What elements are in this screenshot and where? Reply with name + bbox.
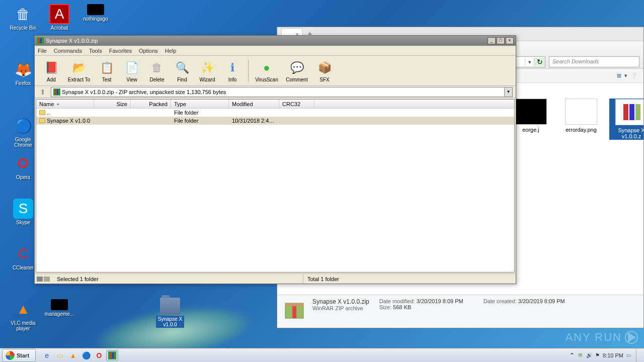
- toolbar-add-button[interactable]: 📕Add: [39, 59, 64, 82]
- svg-rect-2: [635, 104, 640, 120]
- view-dropdown[interactable]: ▾: [624, 72, 627, 79]
- show-desktop-button[interactable]: [636, 349, 641, 362]
- winrar-title-text: Synapse X v1.0.0.zip: [46, 38, 98, 44]
- row-type: File folder: [171, 110, 229, 116]
- winrar-app-icon: [37, 37, 44, 44]
- desktop-icon-label: nothingago: [80, 16, 111, 22]
- toolbar-label: Add: [39, 77, 64, 82]
- desktop-icon-ccleaner[interactable]: CCCleaner: [8, 244, 38, 270]
- desktop-icon-label: Google Chrome: [8, 137, 38, 148]
- desktop-icon-skype[interactable]: SSkype: [8, 199, 38, 225]
- toolbar-find-button[interactable]: 🔍Find: [170, 59, 195, 82]
- toolbar-test-button[interactable]: 📋Test: [94, 59, 119, 82]
- menu-tools[interactable]: Tools: [89, 48, 102, 54]
- tray-monitor-icon[interactable]: ▭: [626, 352, 631, 358]
- desktop-icon-label: CCleaner: [8, 265, 38, 270]
- toolbar-virusscan-button[interactable]: ●VirusScan: [252, 59, 282, 82]
- desktop-icon-nothingago[interactable]: nothingago: [80, 4, 111, 22]
- system-tray: ⌃ ⛨ 🔊 ⚑ 8:10 PM ▭: [569, 349, 644, 362]
- view-icon: 📄: [123, 59, 140, 76]
- toolbar-view-button[interactable]: 📄View: [119, 59, 144, 82]
- menu-file[interactable]: File: [38, 48, 47, 54]
- winrar-window[interactable]: Synapse X v1.0.0.zip _ □ × FileCommandsT…: [34, 35, 516, 284]
- file-thumbnail-icon: [615, 99, 643, 125]
- desktop-icon-google-chrome[interactable]: 🔵Google Chrome: [8, 116, 38, 148]
- row-type: File folder: [171, 118, 229, 124]
- close-button[interactable]: ×: [506, 37, 514, 44]
- start-button[interactable]: Start: [2, 349, 36, 362]
- tray-shield-icon[interactable]: ⛨: [578, 352, 583, 358]
- file-thumbnail-icon: [515, 99, 547, 125]
- desktop-folder-label: Synapse X v1.0.0: [156, 316, 184, 328]
- toolbar-extract-to-button[interactable]: 📂Extract To: [64, 59, 94, 82]
- refresh-icon[interactable]: ↻: [534, 58, 545, 66]
- file-name: errorday.png: [559, 127, 603, 133]
- tray-volume-icon[interactable]: 🔊: [586, 352, 592, 358]
- toolbar-wizard-button[interactable]: ✨Wizard: [195, 59, 220, 82]
- chrome-icon[interactable]: 🔵: [80, 350, 92, 361]
- menu-commands[interactable]: Commands: [54, 48, 82, 54]
- desktop-icon-firefox[interactable]: 🦊Firefox: [8, 59, 38, 86]
- col-size[interactable]: Size: [94, 100, 131, 108]
- taskbar: Start e ▭ ▲ 🔵 O ⌃ ⛨ 🔊 ⚑ 8:10 PM ▭: [0, 348, 644, 362]
- list-row[interactable]: Synapse X v1.0.0File folder10/31/2018 2:…: [36, 117, 514, 125]
- find-icon: 🔍: [174, 59, 191, 76]
- tray-expand-icon[interactable]: ⌃: [569, 351, 575, 359]
- help-icon[interactable]: ❔: [630, 72, 637, 79]
- col-name[interactable]: Name ▲: [36, 100, 94, 108]
- opera-icon[interactable]: O: [93, 350, 105, 361]
- app-icon: C: [13, 244, 33, 264]
- desktop-icon-recycle-bin[interactable]: 🗑Recycle Bin: [8, 4, 38, 31]
- view-icon[interactable]: ⊞: [617, 72, 621, 79]
- folder-icon: [39, 118, 45, 123]
- search-input[interactable]: Search Downloads: [549, 56, 639, 67]
- desktop-icon-label: Acrobat: [44, 25, 74, 31]
- chevron-down-icon[interactable]: ▾: [525, 59, 534, 65]
- winrar-titlebar[interactable]: Synapse X v1.0.0.zip _ □ ×: [35, 36, 516, 46]
- desktop-icon-acrobat[interactable]: AAcrobat: [44, 4, 74, 31]
- toolbar-info-button[interactable]: ℹInfo: [220, 59, 245, 82]
- toolbar-label: Comment: [282, 77, 312, 82]
- menu-help[interactable]: Help: [165, 48, 177, 54]
- col-packed[interactable]: Packed: [131, 100, 171, 108]
- tray-clock[interactable]: 8:10 PM: [603, 352, 623, 358]
- minimize-button[interactable]: _: [488, 37, 496, 44]
- menu-options[interactable]: Options: [139, 48, 158, 54]
- maximize-button[interactable]: □: [497, 37, 505, 44]
- file-item[interactable]: Synapse X v1.0.0.z: [609, 99, 643, 140]
- desktop-icon-vlc-media-player[interactable]: ▲VLC media player: [8, 299, 38, 331]
- toolbar-delete-button[interactable]: 🗑Delete: [144, 59, 170, 82]
- toolbar-sfx-button[interactable]: 📦SFX: [312, 59, 337, 82]
- toolbar-comment-button[interactable]: 💬Comment: [282, 59, 312, 82]
- chevron-down-icon[interactable]: ▼: [504, 87, 512, 97]
- info-icon: ℹ: [224, 59, 241, 76]
- file-item[interactable]: errorday.png: [559, 99, 603, 133]
- date-modified-label: Date modified:: [379, 298, 415, 304]
- menu-favorites[interactable]: Favorites: [109, 48, 132, 54]
- winrar-path-text: Synapse X v1.0.0.zip - ZIP archive, unpa…: [62, 89, 226, 95]
- winrar-task-icon[interactable]: [106, 350, 118, 361]
- col-modified[interactable]: Modified: [229, 100, 279, 108]
- tray-flag-icon[interactable]: ⚑: [595, 352, 600, 358]
- date-created-value: 3/20/2019 8:09 PM: [518, 298, 565, 304]
- date-created-label: Date created:: [484, 298, 517, 304]
- explorer-icon[interactable]: ▭: [54, 350, 66, 361]
- col-crc[interactable]: CRC32: [279, 100, 314, 108]
- winrar-address[interactable]: Synapse X v1.0.0.zip - ZIP archive, unpa…: [51, 87, 513, 97]
- winrar-menubar: FileCommandsToolsFavoritesOptionsHelp: [35, 46, 516, 56]
- col-type[interactable]: Type: [171, 100, 229, 108]
- ie-icon[interactable]: e: [41, 350, 53, 361]
- vlc-icon[interactable]: ▲: [67, 350, 79, 361]
- svg-rect-11: [57, 89, 58, 95]
- desktop-folder-synapse[interactable]: Synapse X v1.0.0: [156, 298, 184, 328]
- app-icon: S: [13, 199, 33, 219]
- up-button[interactable]: ⬆: [38, 88, 48, 96]
- disk-icon: [37, 277, 43, 282]
- desktop-icon-opera[interactable]: OOpera: [8, 153, 38, 180]
- list-row[interactable]: ..File folder: [36, 109, 514, 117]
- status-right: Total 1 folder: [303, 274, 343, 284]
- folder-icon: [39, 110, 45, 115]
- desktop-icon-manageme-[interactable]: manageme...: [44, 299, 74, 317]
- wizard-icon: ✨: [199, 59, 216, 76]
- winrar-columns[interactable]: Name ▲ Size Packed Type Modified CRC32: [36, 100, 514, 109]
